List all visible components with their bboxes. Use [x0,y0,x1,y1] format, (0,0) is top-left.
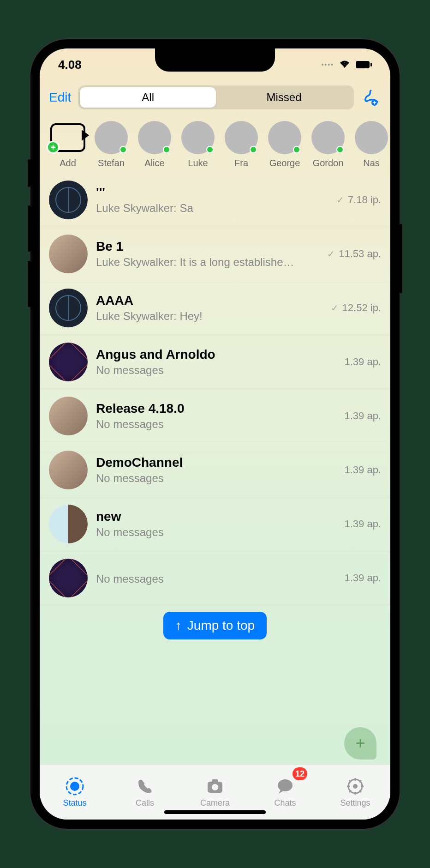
chat-meta: ✓ 11.53 ap. [327,248,381,260]
chat-body: new No messages [96,509,336,539]
chat-avatar [49,397,88,435]
video-camera-icon: + [50,123,85,152]
compose-fab[interactable]: + [344,727,376,760]
chat-row[interactable]: No messages 1.39 ap. [40,551,390,605]
story-item[interactable]: Luke [179,121,217,169]
chat-body: DemoChannel No messages [96,455,336,485]
chat-title: ''' [96,185,328,200]
jump-label: Jump to top [187,618,255,633]
volume-up-button [28,205,30,252]
chat-body: Be 1 Luke Skywalker: It is a long establ… [96,239,319,269]
tab-label: Camera [200,798,230,808]
chat-avatar [49,559,88,597]
svg-rect-0 [356,61,370,68]
tab-status[interactable]: Status [40,765,110,820]
chat-body: AAAA Luke Skywalker: Hey! [96,293,322,323]
chat-icon [275,776,295,796]
chat-meta: 1.39 ap. [344,410,381,422]
avatar [138,121,171,154]
story-item[interactable]: Alice [136,121,173,169]
chat-meta: 1.39 ap. [344,518,381,530]
chat-title: Be 1 [96,239,319,254]
chat-row[interactable]: ''' Luke Skywalker: Sa ✓ 7.18 ip. [40,173,390,227]
chat-preview: No messages [96,526,336,539]
chat-avatar [49,343,88,381]
chat-time: 1.39 ap. [344,410,381,422]
chat-time: 1.39 ap. [344,572,381,584]
chat-body: No messages [96,571,336,585]
tab-label: Status [63,798,86,808]
story-item[interactable]: Nas [352,121,390,169]
chat-time: 7.18 ip. [348,194,381,206]
home-indicator[interactable] [164,810,266,814]
side-button [28,159,30,187]
chat-time: 12.52 ip. [342,302,381,314]
jump-to-top-button[interactable]: ↑Jump to top [163,612,267,639]
chat-row[interactable]: new No messages 1.39 ap. [40,497,390,551]
story-item[interactable]: George [266,121,304,169]
svg-point-4 [70,782,79,791]
chat-meta: 1.39 ap. [344,356,381,368]
segment-all[interactable]: All [80,87,216,108]
power-button [400,224,402,293]
chat-avatar [49,181,88,219]
phone-frame: 4.08 •••• Edit All Missed [30,39,400,829]
status-icon [65,776,85,796]
new-call-icon[interactable] [361,87,381,108]
story-item[interactable]: Gordon [309,121,347,169]
tab-settings[interactable]: Settings [320,765,390,820]
tab-label: Calls [136,798,154,808]
chat-preview: No messages [96,364,336,377]
chat-preview: No messages [96,573,336,585]
chat-avatar [49,451,88,489]
story-add[interactable]: + Add [49,121,87,169]
story-label: Gordon [313,158,344,169]
plus-icon: + [355,734,365,753]
chat-time: 1.39 ap. [344,518,381,530]
chat-list[interactable]: ''' Luke Skywalker: Sa ✓ 7.18 ip. Be 1 L… [40,173,390,764]
online-indicator [206,146,214,153]
story-item[interactable]: Fra [222,121,260,169]
chat-meta: 1.39 ap. [344,464,381,476]
svg-point-7 [212,784,218,790]
chat-body: Release 4.18.0 No messages [96,401,336,431]
story-label: Alice [144,158,164,169]
chat-meta: 1.39 ap. [344,572,381,584]
header: Edit All Missed [40,81,390,114]
online-indicator [336,146,344,153]
chat-avatar [49,289,88,327]
status-time: 4.08 [58,58,82,72]
stories-row[interactable]: + Add Stefan Alice Luke Fra [40,114,390,173]
avatar [225,121,258,154]
check-icon: ✓ [336,194,344,205]
gear-icon [345,776,365,796]
online-indicator [163,146,170,153]
chat-avatar [49,505,88,543]
chat-row[interactable]: DemoChannel No messages 1.39 ap. [40,443,390,497]
chat-row[interactable]: Angus and Arnoldo No messages 1.39 ap. [40,335,390,389]
check-icon: ✓ [327,248,335,259]
chat-row[interactable]: Release 4.18.0 No messages 1.39 ap. [40,389,390,443]
segmented-control[interactable]: All Missed [78,85,354,109]
chat-preview: Luke Skywalker: Hey! [96,310,322,323]
edit-button[interactable]: Edit [49,90,71,105]
arrow-up-icon: ↑ [175,618,182,633]
segment-missed[interactable]: Missed [216,87,352,108]
story-item[interactable]: Stefan [92,121,130,169]
story-add-label: Add [60,158,76,169]
chat-title: Angus and Arnoldo [96,347,336,362]
chat-body: Angus and Arnoldo No messages [96,347,336,377]
svg-point-8 [278,779,293,791]
avatar [95,121,128,154]
svg-rect-6 [212,779,218,783]
story-label: Nas [363,158,380,169]
chat-row[interactable]: AAAA Luke Skywalker: Hey! ✓ 12.52 ip. [40,281,390,335]
wifi-icon [339,58,351,72]
svg-point-10 [353,784,358,789]
story-label: Stefan [98,158,125,169]
avatar [311,121,345,154]
chat-row[interactable]: Be 1 Luke Skywalker: It is a long establ… [40,227,390,281]
chat-title: new [96,509,336,524]
online-indicator [119,146,127,153]
chat-time: 1.39 ap. [344,356,381,368]
